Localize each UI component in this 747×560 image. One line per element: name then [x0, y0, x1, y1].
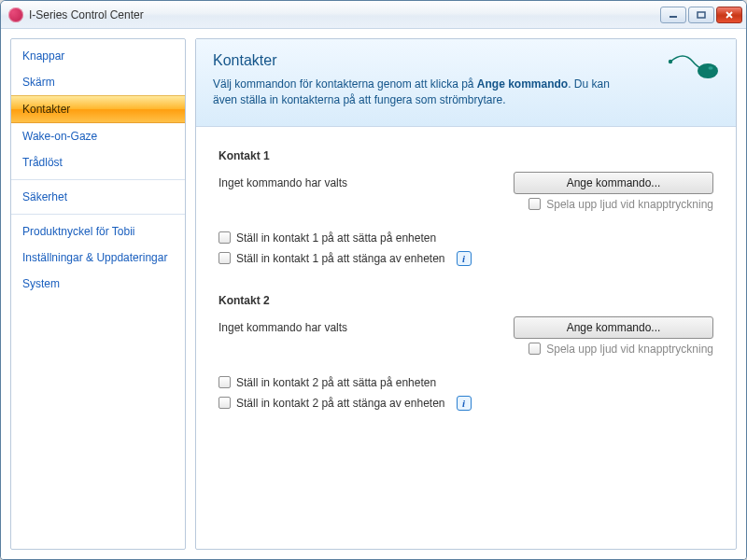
- checkbox-icon: [218, 397, 231, 409]
- contact-1-title: Kontakt 1: [218, 149, 713, 162]
- close-icon: [725, 11, 734, 19]
- sidebar-item-sakerhet[interactable]: Säkerhet: [11, 184, 185, 210]
- svg-point-4: [669, 60, 672, 63]
- titlebar: I-Series Control Center: [1, 1, 746, 29]
- contact-1-power-off-text: Ställ in kontakt 1 på att stänga av enhe…: [236, 252, 445, 265]
- sidebar-item-tradlost[interactable]: Trådlöst: [11, 149, 185, 175]
- contact-2-status-row: Inget kommando har valts Ange kommando..…: [218, 316, 713, 339]
- contact-2-power-on-text: Ställ in kontakt 2 på att sätta på enhet…: [236, 376, 436, 389]
- main-panel: Kontakter Välj kommandon för kontakterna…: [195, 38, 737, 550]
- checkbox-icon: [529, 198, 541, 210]
- contact-1-power-on-row: Ställ in kontakt 1 på att sätta på enhet…: [218, 231, 713, 245]
- contact-1-sound-row: Spela upp ljud vid knapptryckning: [218, 198, 713, 211]
- svg-point-5: [698, 63, 718, 78]
- sidebar-item-system[interactable]: System: [11, 271, 185, 297]
- contact-2-power-off-text: Ställ in kontakt 2 på att stänga av enhe…: [236, 397, 445, 410]
- sidebar-item-installningar[interactable]: Inställningar & Uppdateringar: [11, 245, 185, 271]
- content: Kontakt 1 Inget kommando har valts Ange …: [196, 127, 736, 549]
- sidebar: Knappar Skärm Kontakter Wake-on-Gaze Trå…: [10, 38, 186, 550]
- contact-1-sound-text: Spela upp ljud vid knapptryckning: [546, 198, 713, 211]
- minimize-button[interactable]: [660, 7, 686, 23]
- contact-2-sound-row: Spela upp ljud vid knapptryckning: [218, 343, 713, 356]
- info-icon[interactable]: i: [457, 396, 472, 411]
- close-button[interactable]: [716, 7, 742, 23]
- window-controls: [660, 7, 742, 23]
- maximize-icon: [697, 11, 706, 19]
- svg-rect-1: [698, 12, 705, 18]
- contact-2-power-off-checkbox[interactable]: Ställ in kontakt 2 på att stänga av enhe…: [218, 397, 445, 410]
- contact-1-power-off-row: Ställ in kontakt 1 på att stänga av enhe…: [218, 251, 713, 266]
- desc-part-1: Välj kommandon för kontakterna genom att…: [213, 77, 477, 91]
- sidebar-separator: [11, 214, 185, 215]
- checkbox-icon: [218, 376, 231, 388]
- info-icon[interactable]: i: [457, 251, 472, 266]
- contact-1-status-row: Inget kommando har valts Ange kommando..…: [218, 172, 713, 194]
- sidebar-separator: [11, 179, 185, 180]
- contact-2-status: Inget kommando har valts: [218, 321, 499, 334]
- page-title: Kontakter: [213, 52, 719, 69]
- checkbox-icon: [529, 343, 541, 355]
- banner: Kontakter Välj kommandon för kontakterna…: [196, 39, 736, 127]
- contact-2-title: Kontakt 2: [218, 294, 713, 307]
- desc-bold: Ange kommando: [477, 77, 568, 91]
- contact-2-sound-text: Spela upp ljud vid knapptryckning: [546, 343, 713, 356]
- app-icon: [8, 7, 23, 22]
- contact-1-section: Kontakt 1 Inget kommando har valts Ange …: [218, 149, 713, 266]
- sidebar-item-kontakter[interactable]: Kontakter: [11, 95, 185, 123]
- svg-point-6: [709, 66, 713, 70]
- body: Knappar Skärm Kontakter Wake-on-Gaze Trå…: [1, 29, 746, 559]
- contact-1-sound-checkbox-label[interactable]: Spela upp ljud vid knapptryckning: [529, 198, 713, 211]
- sidebar-item-produktnyckel[interactable]: Produktnyckel för Tobii: [11, 218, 185, 245]
- contact-2-power-off-row: Ställ in kontakt 2 på att stänga av enhe…: [218, 396, 713, 411]
- contact-2-section: Kontakt 2 Inget kommando har valts Ange …: [218, 294, 713, 411]
- sidebar-item-wake-on-gaze[interactable]: Wake-on-Gaze: [11, 123, 185, 149]
- contact-1-status: Inget kommando har valts: [218, 176, 499, 189]
- contact-1-power-on-text: Ställ in kontakt 1 på att sätta på enhet…: [236, 231, 436, 245]
- contact-2-power-on-row: Ställ in kontakt 2 på att sätta på enhet…: [218, 376, 713, 389]
- sidebar-item-knappar[interactable]: Knappar: [11, 43, 185, 69]
- maximize-button[interactable]: [688, 7, 714, 23]
- app-window: I-Series Control Center Knappar Skärm Ko…: [0, 0, 747, 560]
- minimize-icon: [669, 11, 678, 19]
- contact-2-sound-checkbox-label[interactable]: Spela upp ljud vid knapptryckning: [529, 343, 713, 356]
- checkbox-icon: [218, 252, 231, 264]
- contact-1-power-off-checkbox[interactable]: Ställ in kontakt 1 på att stänga av enhe…: [218, 252, 445, 265]
- checkbox-icon: [218, 231, 231, 244]
- switch-device-icon: [667, 52, 719, 87]
- contact-2-power-on-checkbox[interactable]: Ställ in kontakt 2 på att sätta på enhet…: [218, 376, 436, 389]
- window-title: I-Series Control Center: [29, 8, 660, 21]
- contact-1-power-on-checkbox[interactable]: Ställ in kontakt 1 på att sätta på enhet…: [218, 231, 436, 245]
- contact-2-set-command-button[interactable]: Ange kommando...: [514, 316, 713, 339]
- page-description: Välj kommandon för kontakterna genom att…: [213, 77, 624, 109]
- contact-1-set-command-button[interactable]: Ange kommando...: [514, 172, 713, 194]
- sidebar-item-skarm[interactable]: Skärm: [11, 69, 185, 95]
